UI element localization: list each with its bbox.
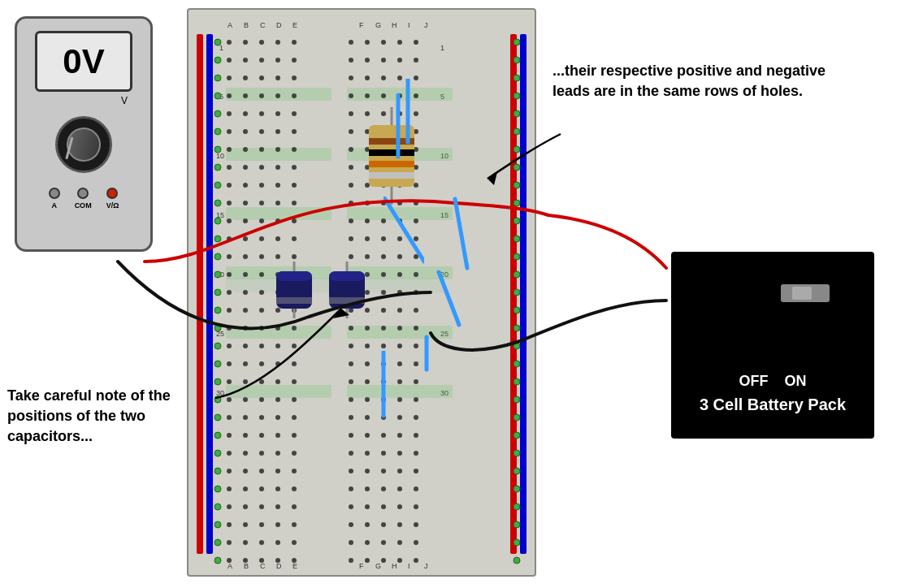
multimeter-v-label: V — [121, 95, 128, 106]
port-hole-vsq — [106, 188, 118, 199]
port-hole-a — [49, 188, 60, 199]
svg-rect-62 — [329, 271, 365, 281]
multimeter: 0V V A COM V/Ω — [15, 16, 153, 252]
svg-rect-52 — [369, 161, 414, 167]
port-label-vsq: V/Ω — [106, 201, 119, 210]
battery-switch-inner — [792, 287, 812, 300]
blue-wire3 — [375, 351, 619, 473]
port-label-com: COM — [75, 201, 92, 210]
battery-switch[interactable] — [781, 284, 830, 302]
multimeter-screen: 0V — [35, 31, 132, 92]
blue-wire2 — [384, 197, 424, 318]
capacitor1-svg — [270, 262, 318, 318]
multimeter-display: 0V — [63, 42, 104, 81]
annotation-right: ...their respective positive and negativ… — [552, 61, 861, 102]
multimeter-port-com: COM — [75, 188, 92, 210]
svg-rect-63 — [329, 297, 365, 304]
svg-rect-57 — [276, 271, 312, 281]
svg-rect-58 — [276, 297, 312, 304]
port-label-a: A — [51, 201, 57, 210]
svg-line-65 — [384, 197, 424, 262]
port-hole-com — [77, 188, 89, 199]
breadboard: A B C D E F G H I J A B C D E F G H I J … — [187, 8, 536, 577]
battery-off-label: OFF — [739, 373, 769, 390]
multimeter-dial-inner — [60, 121, 106, 167]
multimeter-dial-slash — [65, 137, 73, 160]
battery-switch-labels: OFF ON — [739, 373, 807, 390]
svg-rect-53 — [369, 172, 414, 179]
battery-title: 3 Cell Battery Pack — [700, 396, 846, 414]
annotation-left: Take careful note of the positions of th… — [7, 386, 219, 447]
multimeter-port-a: A — [49, 188, 60, 210]
battery-on-label: ON — [785, 373, 807, 390]
multimeter-ports: A COM V/Ω — [49, 188, 119, 210]
battery-pack: OFF ON 3 Cell Battery Pack — [671, 252, 874, 439]
capacitor2-svg — [323, 262, 371, 318]
multimeter-port-vsq: V/Ω — [106, 188, 119, 210]
multimeter-dial — [55, 116, 112, 173]
blue-wire1 — [400, 79, 416, 144]
resistor-svg — [351, 107, 432, 205]
svg-rect-51 — [369, 149, 414, 156]
